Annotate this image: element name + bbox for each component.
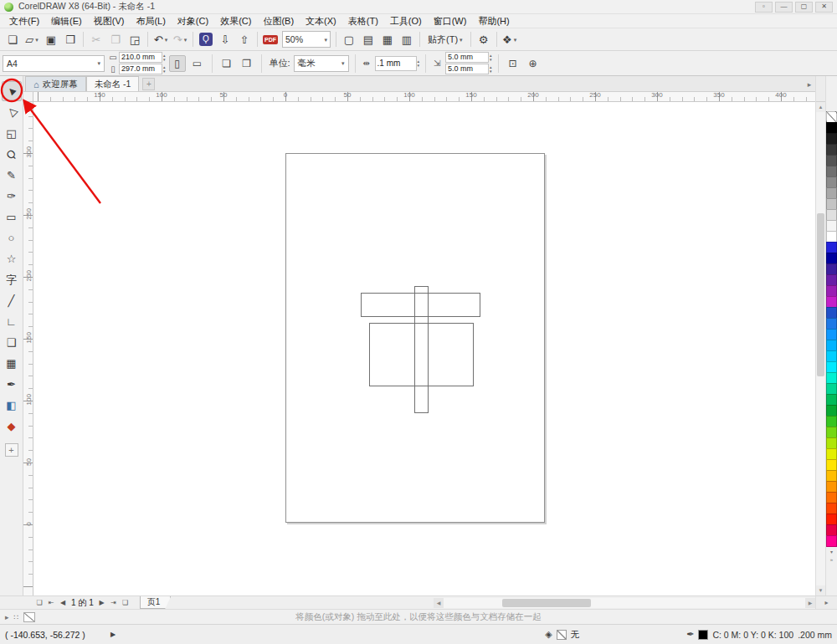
text-tool[interactable]: 字 <box>2 269 22 289</box>
scroll-up-button[interactable]: ▲ <box>816 102 825 112</box>
menu-item-11[interactable]: 窗口(W) <box>428 14 473 28</box>
color-swatch-28[interactable] <box>826 416 837 427</box>
color-swatch-20[interactable] <box>826 329 837 340</box>
publish-pdf-button[interactable]: PDF <box>261 30 280 49</box>
maximize-button[interactable]: ▢ <box>795 2 813 13</box>
save-button[interactable]: ▣ <box>42 30 60 49</box>
duplicate-x-stepper[interactable]: ▴▾ <box>490 54 492 62</box>
menu-item-7[interactable]: 位图(B) <box>257 14 300 28</box>
page-size-preset-select[interactable]: A4 ▾ <box>3 55 105 72</box>
palette-scroll-button[interactable]: ▸ <box>815 596 837 610</box>
workspace-button[interactable]: ▫ <box>755 2 773 13</box>
transparency-tool[interactable]: ▦ <box>2 353 22 373</box>
search-content-button[interactable]: Ϙ <box>197 30 215 49</box>
fullscreen-preview-button[interactable]: ▢ <box>340 30 358 49</box>
duplicate-y-stepper[interactable]: ▴▾ <box>490 65 492 74</box>
page-1-tab[interactable]: 页1 <box>140 596 172 609</box>
color-swatch-10[interactable] <box>826 220 837 232</box>
show-rulers-button[interactable]: ▤ <box>359 30 377 49</box>
minimize-button[interactable]: — <box>775 2 793 13</box>
print-button[interactable]: ❒ <box>61 30 80 49</box>
color-swatch-39[interactable] <box>826 535 837 547</box>
palette-flyout-button[interactable]: » <box>827 556 837 563</box>
landscape-button[interactable]: ▭ <box>189 55 206 72</box>
horizontal-ruler[interactable]: 15010050050100150200250300350400 <box>33 92 815 102</box>
launcher-button[interactable]: ❖▾ <box>501 30 519 49</box>
color-swatch-32[interactable] <box>826 459 837 471</box>
palette-scroll-down-button[interactable]: ▾ <box>827 548 837 555</box>
ruler-origin-corner[interactable] <box>23 92 33 102</box>
page-width-input[interactable]: 210.0 mm <box>119 52 162 63</box>
zoom-level-select[interactable]: 50%▾ <box>282 31 331 48</box>
menu-item-10[interactable]: 工具(O) <box>384 14 428 28</box>
freehand-tool[interactable]: ✎ <box>2 165 22 185</box>
pick-tool[interactable]: ► <box>2 81 22 101</box>
color-swatch-34[interactable] <box>826 481 837 493</box>
flyout-arrow-icon[interactable]: ▸ <box>5 613 9 621</box>
color-swatch-24[interactable] <box>826 372 837 384</box>
show-grid-button[interactable]: ▦ <box>378 30 397 49</box>
scroll-left-button[interactable]: ◀ <box>434 598 444 608</box>
color-swatch-15[interactable] <box>826 274 837 286</box>
color-swatch-2[interactable] <box>826 133 837 145</box>
no-color-swatch[interactable] <box>23 612 35 622</box>
menu-item-4[interactable]: 布局(L) <box>130 14 171 28</box>
menu-item-1[interactable]: 文件(F) <box>3 14 45 28</box>
color-swatch-14[interactable] <box>826 263 837 275</box>
no-color-swatch[interactable] <box>826 111 837 123</box>
color-swatch-30[interactable] <box>826 437 837 449</box>
color-swatch-17[interactable] <box>826 296 837 308</box>
color-swatch-4[interactable] <box>826 155 837 166</box>
color-swatch-11[interactable] <box>826 231 837 243</box>
menu-item-3[interactable]: 视图(V) <box>88 14 131 28</box>
all-pages-settings-button[interactable]: ❐ <box>239 55 255 72</box>
interactive-fill-tool[interactable]: ◧ <box>2 395 22 415</box>
import-button[interactable]: ⇩ <box>216 30 234 49</box>
color-swatch-27[interactable] <box>826 405 837 417</box>
color-swatch-22[interactable] <box>826 350 837 362</box>
close-button[interactable]: ✕ <box>815 2 833 13</box>
last-page-button[interactable]: ⇥ <box>108 597 120 609</box>
page-origin-button[interactable]: ⊕ <box>525 55 542 72</box>
current-page-settings-button[interactable]: ❏ <box>218 55 235 72</box>
nudge-distance-stepper[interactable]: ▴▾ <box>418 59 420 68</box>
color-swatch-5[interactable] <box>826 166 837 177</box>
tab-document[interactable]: 未命名 -1 <box>86 76 140 91</box>
menu-item-12[interactable]: 帮助(H) <box>472 14 515 28</box>
color-swatch-8[interactable] <box>826 198 837 210</box>
nudge-distance-input[interactable]: .1 mm <box>375 56 417 71</box>
drawn-rectangle-square[interactable] <box>369 323 474 386</box>
page-width-stepper[interactable]: ▴▾ <box>163 54 166 62</box>
menu-item-8[interactable]: 文本(X) <box>300 14 342 28</box>
smart-fill-tool[interactable]: ◆ <box>2 416 22 436</box>
color-swatch-35[interactable] <box>826 492 837 503</box>
color-swatch-21[interactable] <box>826 340 837 351</box>
color-swatch-16[interactable] <box>826 285 837 297</box>
duplicate-x-input[interactable]: 5.0 mm <box>445 52 489 63</box>
units-select[interactable]: 毫米 ▾ <box>294 55 349 72</box>
ellipse-tool[interactable]: ○ <box>2 227 22 248</box>
vertical-scrollbar[interactable]: ▲ ▼ <box>815 76 825 595</box>
drop-shadow-tool[interactable]: ❑ <box>2 332 22 352</box>
vertical-ruler[interactable]: 300250200150100500 <box>23 102 33 595</box>
tab-scroll-right-button[interactable]: ▸ <box>804 78 815 91</box>
menu-item-9[interactable]: 表格(T) <box>342 14 384 28</box>
color-swatch-38[interactable] <box>826 524 837 536</box>
color-eyedropper-tool[interactable]: ✒ <box>2 374 22 394</box>
color-swatch-37[interactable] <box>826 514 837 525</box>
rectangle-tool[interactable]: ▭ <box>2 207 22 227</box>
menu-item-5[interactable]: 对象(C) <box>172 14 214 28</box>
polygon-tool[interactable]: ☆ <box>2 248 22 268</box>
first-page-button[interactable]: ⇤ <box>45 597 57 609</box>
paste-button[interactable]: ◲ <box>126 30 144 49</box>
color-swatch-31[interactable] <box>826 448 837 460</box>
color-swatch-33[interactable] <box>826 470 837 482</box>
zoom-tool[interactable]: Ϙ <box>2 144 22 164</box>
color-swatch-7[interactable] <box>826 187 837 199</box>
menu-item-6[interactable]: 效果(C) <box>214 14 257 28</box>
vertical-scroll-thumb[interactable] <box>817 213 824 376</box>
treat-as-filled-toggle[interactable]: ⊡ <box>505 55 521 72</box>
horizontal-scrollb​ar[interactable]: ◀ ▶ <box>434 598 815 608</box>
color-swatch-29[interactable] <box>826 427 837 438</box>
tab-welcome-screen[interactable]: ⌂ 欢迎屏幕 <box>25 76 86 91</box>
